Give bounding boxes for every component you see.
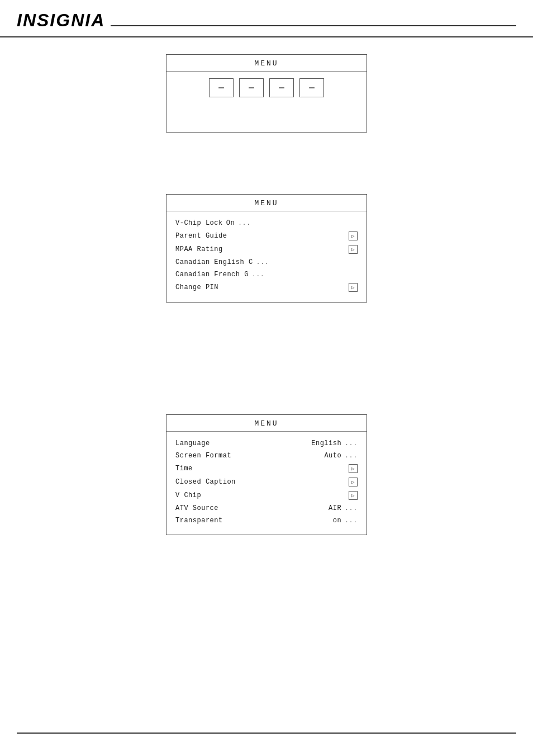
menu3-row-4[interactable]: V Chip ▷ (175, 489, 358, 502)
menu2-label-1: Parent Guide (175, 232, 227, 240)
menu2-row-1[interactable]: Parent Guide ▷ (175, 229, 358, 243)
menu3-label-2: Time (175, 465, 193, 472)
menu3-arrow-3[interactable]: ▷ (349, 478, 358, 486)
header-line (111, 25, 516, 26)
menu1-icon-3[interactable]: — (269, 78, 294, 97)
menu2-label-3: Canadian English C (175, 258, 253, 266)
menu2-label-0: V-Chip Lock (175, 219, 223, 227)
menu3-dots-5: ... (345, 505, 358, 512)
header: INSIGNIA (0, 0, 533, 37)
menu3-body: Language English ... Screen Format Auto … (166, 432, 367, 535)
menu3-label-5: ATV Source (175, 504, 218, 512)
menu-box-1: MENU — — — — (166, 54, 367, 133)
menu3-row-0[interactable]: Language English ... (175, 437, 358, 450)
menu2-dots-0: ... (238, 220, 251, 226)
menu3-row-5[interactable]: ATV Source AIR ... (175, 502, 358, 514)
menu-box-2: MENU V-Chip Lock On ... Parent Guide ▷ M… (166, 194, 367, 303)
menu2-label-4: Canadian French G (175, 271, 249, 278)
menu2-arrow-5[interactable]: ▷ (349, 283, 358, 292)
menu3-title: MENU (166, 415, 367, 432)
menu3-row-3[interactable]: Closed Caption ▷ (175, 475, 358, 489)
menu2-body: V-Chip Lock On ... Parent Guide ▷ MPAA R… (166, 211, 367, 302)
menu3-label-6: Transparent (175, 517, 223, 525)
menu3-label-1: Screen Format (175, 452, 231, 460)
menu1-icon-1[interactable]: — (209, 78, 234, 97)
menu3-row-2[interactable]: Time ▷ (175, 462, 358, 475)
menu3-dots-1: ... (345, 452, 358, 459)
menu3-label-0: Language (175, 440, 210, 447)
menu2-label-2: MPAA Rating (175, 245, 223, 253)
menu3-dots-0: ... (345, 440, 358, 447)
menu3-value-6: on (333, 517, 341, 525)
menu2-label-5: Change PIN (175, 284, 218, 291)
menu1-icon-4[interactable]: — (299, 78, 324, 97)
menu2-row-3[interactable]: Canadian English C ... (175, 256, 358, 268)
menu3-dots-6: ... (345, 517, 358, 524)
menu3-label-3: Closed Caption (175, 478, 236, 486)
menu1-title: MENU (166, 55, 367, 72)
menu3-value-0: English (311, 440, 341, 447)
menu3-value-1: Auto (324, 452, 341, 460)
menu2-title: MENU (166, 195, 367, 211)
menu2-dots-4: ... (252, 271, 265, 278)
menu2-row-4[interactable]: Canadian French G ... (175, 268, 358, 281)
menu3-row-6[interactable]: Transparent on ... (175, 514, 358, 527)
menu2-row-2[interactable]: MPAA Rating ▷ (175, 243, 358, 256)
menu2-arrow-1[interactable]: ▷ (349, 231, 358, 240)
menu3-arrow-4[interactable]: ▷ (349, 491, 358, 500)
menu1-icon-2[interactable]: — (239, 78, 264, 97)
menu3-row-1[interactable]: Screen Format Auto ... (175, 450, 358, 462)
footer-line (17, 733, 516, 734)
menu2-arrow-2[interactable]: ▷ (349, 245, 358, 254)
menu-box-3: MENU Language English ... Screen Format … (166, 414, 367, 535)
menu3-label-4: V Chip (175, 492, 201, 499)
menu2-dots-3: ... (256, 259, 269, 266)
menu1-icon-row: — — — — (166, 72, 367, 104)
menu2-row-0[interactable]: V-Chip Lock On ... (175, 217, 358, 229)
menu2-row-5[interactable]: Change PIN ▷ (175, 281, 358, 294)
main-content: MENU — — — — MENU V-Chip Lock On ... (0, 37, 533, 552)
menu3-arrow-2[interactable]: ▷ (349, 464, 358, 473)
logo: INSIGNIA (17, 10, 105, 31)
menu3-value-5: AIR (329, 504, 341, 512)
menu2-value-0: On (226, 219, 235, 227)
